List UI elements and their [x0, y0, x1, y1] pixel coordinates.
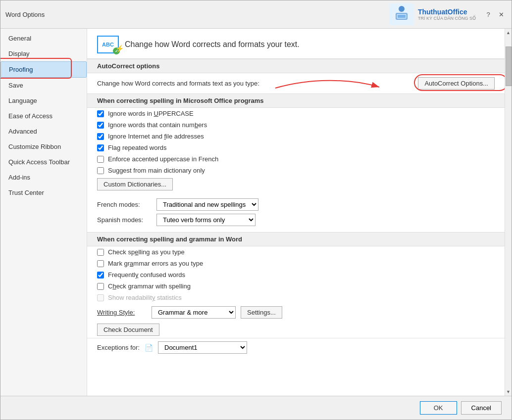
checkbox-repeated-label[interactable]: Flag repeated words: [108, 144, 167, 151]
dialog-footer: OK Cancel: [0, 396, 512, 420]
checkbox-numbers-input[interactable]: [97, 122, 104, 129]
check-document-button[interactable]: Check Document: [97, 324, 159, 336]
autocorrect-description: Change how Word corrects and formats tex…: [97, 80, 413, 87]
sidebar-item-advanced[interactable]: Advanced: [0, 124, 87, 139]
sidebar-proofing-label: Proofing: [9, 66, 33, 73]
checkbox-readability-label: Show readability statistics: [108, 294, 182, 301]
checkbox-mark-grammar-input[interactable]: [97, 260, 104, 267]
dialog-title: Word Options: [5, 11, 45, 18]
logo-text-area: ThuthuatOffice TRÍ KỲ CỦA DÂN CÔNG SỐ: [418, 8, 476, 21]
sidebar-item-proofing[interactable]: Proofing: [0, 61, 87, 78]
sidebar-item-language[interactable]: Language: [0, 93, 87, 108]
sidebar: General Display Proofing Save Language E…: [0, 29, 87, 396]
checkbox-enforce-french: Enforce accented uppercase in French: [87, 153, 505, 165]
checkbox-main-dict: Suggest from main dictionary only: [87, 165, 505, 176]
checkbox-repeated: Flag repeated words: [87, 142, 505, 153]
sidebar-item-addins[interactable]: Add-ins: [0, 170, 87, 185]
checkbox-numbers-label[interactable]: Ignore words that contain numbers: [108, 121, 207, 129]
checkbox-confused: Frequently confused words: [87, 269, 505, 280]
checkbox-enforce-french-label[interactable]: Enforce accented uppercase in French: [108, 155, 218, 163]
checkbox-uppercase-input[interactable]: [97, 110, 104, 117]
logo-sub: TRÍ KỲ CỦA DÂN CÔNG SỐ: [418, 16, 476, 21]
word-options-dialog: Word Options ThuthuatOffice TRÍ KỲ CỦA D…: [0, 0, 512, 420]
autocorrect-section-header: AutoCorrect options: [87, 59, 505, 73]
checkbox-grammar-spell: Check grammar with spelling: [87, 280, 505, 292]
scrollbar-up-arrow[interactable]: ▲: [505, 29, 512, 37]
logo-svg: [392, 5, 411, 24]
sidebar-item-ease[interactable]: Ease of Access: [0, 108, 87, 124]
french-modes-row: French modes: Traditional and new spelli…: [97, 198, 495, 211]
autocorrect-options-button[interactable]: AutoCorrect Options...: [418, 77, 495, 90]
close-button[interactable]: ✕: [496, 9, 507, 20]
checkbox-confused-label[interactable]: Frequently confused words: [108, 271, 185, 279]
custom-dict-area: Custom Dictionaries...: [97, 178, 495, 190]
custom-dictionaries-button[interactable]: Custom Dictionaries...: [97, 178, 173, 190]
spanish-modes-label: Spanish modes:: [97, 216, 152, 224]
title-bar: Word Options ThuthuatOffice TRÍ KỲ CỦA D…: [0, 0, 512, 29]
settings-button[interactable]: Settings...: [241, 306, 282, 319]
checkbox-internet-label[interactable]: Ignore Internet and file addresses: [108, 133, 204, 140]
checkbox-readability: Show readability statistics: [87, 292, 505, 303]
writing-style-row: Writing Style: Grammar & more Grammar on…: [87, 303, 505, 322]
autocorrect-row: Change how Word corrects and formats tex…: [87, 73, 505, 93]
thuatoffice-logo: ThuthuatOffice TRÍ KỲ CỦA DÂN CÔNG SỐ: [389, 3, 476, 25]
modes-area: French modes: Traditional and new spelli…: [87, 195, 505, 232]
autocorrect-row-container: Change how Word corrects and formats tex…: [87, 73, 505, 93]
lightning-icon: ⚡: [115, 45, 124, 52]
check-doc-area: Check Document: [97, 324, 495, 336]
checkbox-check-spelling: Check spelling as you type: [87, 246, 505, 258]
spanish-modes-select[interactable]: Tuteo verb forms only Voseo verb forms o…: [156, 214, 256, 226]
autocorrect-section-label: AutoCorrect options: [97, 62, 159, 70]
exceptions-label: Exceptions for:: [97, 344, 140, 351]
checkbox-repeated-input[interactable]: [97, 144, 104, 151]
header-area: ABC ✓ ⚡ Change how Word corrects and for…: [87, 29, 505, 59]
logo-name: ThuthuatOffice: [418, 8, 476, 16]
checkbox-internet-input[interactable]: [97, 133, 104, 140]
autocorrect-btn-wrapper: AutoCorrect Options...: [418, 77, 495, 90]
checkbox-check-spelling-input[interactable]: [97, 249, 104, 256]
writing-style-select[interactable]: Grammar & more Grammar only: [152, 306, 236, 319]
checkbox-mark-grammar: Mark grammar errors as you type: [87, 258, 505, 269]
sidebar-item-save[interactable]: Save: [0, 78, 87, 93]
spelling-ms-section-header: When correcting spelling in Microsoft Of…: [87, 93, 505, 108]
spelling-word-section-header: When correcting spelling and grammar in …: [87, 232, 505, 246]
cancel-button[interactable]: Cancel: [461, 401, 502, 415]
exceptions-row: Exceptions for: 📄 Document1: [87, 338, 505, 357]
sidebar-item-trust[interactable]: Trust Center: [0, 185, 87, 200]
abc-text: ABC: [102, 42, 114, 47]
checkbox-readability-input: [97, 294, 104, 301]
scrollbar-down-arrow[interactable]: ▼: [505, 388, 512, 396]
sidebar-item-general[interactable]: General: [0, 31, 87, 46]
title-bar-left: Word Options: [5, 11, 45, 18]
spelling-word-label: When correcting spelling and grammar in …: [97, 235, 242, 243]
french-modes-select[interactable]: Traditional and new spellings Traditiona…: [156, 198, 258, 211]
checkbox-check-spelling-label[interactable]: Check spelling as you type: [108, 248, 185, 256]
main-content: ABC ✓ ⚡ Change how Word corrects and for…: [87, 29, 505, 396]
svg-rect-3: [398, 15, 406, 18]
sidebar-item-toolbar[interactable]: Quick Access Toolbar: [0, 154, 87, 170]
checkbox-enforce-french-input[interactable]: [97, 156, 104, 163]
checkbox-mark-grammar-label[interactable]: Mark grammar errors as you type: [108, 260, 203, 267]
checkbox-grammar-spell-input[interactable]: [97, 283, 104, 290]
help-button[interactable]: ?: [483, 9, 494, 20]
scrollbar-thumb[interactable]: [506, 47, 512, 86]
ok-button[interactable]: OK: [420, 401, 457, 415]
spanish-modes-row: Spanish modes: Tuteo verb forms only Vos…: [97, 214, 495, 226]
checkbox-confused-input[interactable]: [97, 272, 104, 279]
checkbox-main-dict-label[interactable]: Suggest from main dictionary only: [108, 167, 205, 174]
exceptions-document-select[interactable]: Document1: [158, 341, 247, 354]
checkbox-grammar-spell-label[interactable]: Check grammar with spelling: [108, 282, 191, 290]
document-icon: 📄: [145, 344, 153, 352]
sidebar-item-display[interactable]: Display: [0, 46, 87, 61]
sidebar-item-ribbon[interactable]: Customize Ribbon: [0, 139, 87, 154]
scrollbar: ▲ ▼: [505, 29, 512, 396]
logo-figure-icon: [389, 3, 414, 25]
header-title: Change how Word corrects and formats you…: [125, 40, 300, 49]
svg-point-0: [399, 6, 405, 12]
title-bar-right: ThuthuatOffice TRÍ KỲ CỦA DÂN CÔNG SỐ ? …: [389, 3, 507, 25]
spelling-ms-label: When correcting spelling in Microsoft Of…: [97, 97, 264, 104]
dialog-body: General Display Proofing Save Language E…: [0, 29, 512, 396]
writing-style-label: Writing Style:: [97, 309, 147, 316]
checkbox-uppercase-label[interactable]: Ignore words in UPPERCASE: [108, 110, 194, 117]
checkbox-main-dict-input[interactable]: [97, 167, 104, 174]
